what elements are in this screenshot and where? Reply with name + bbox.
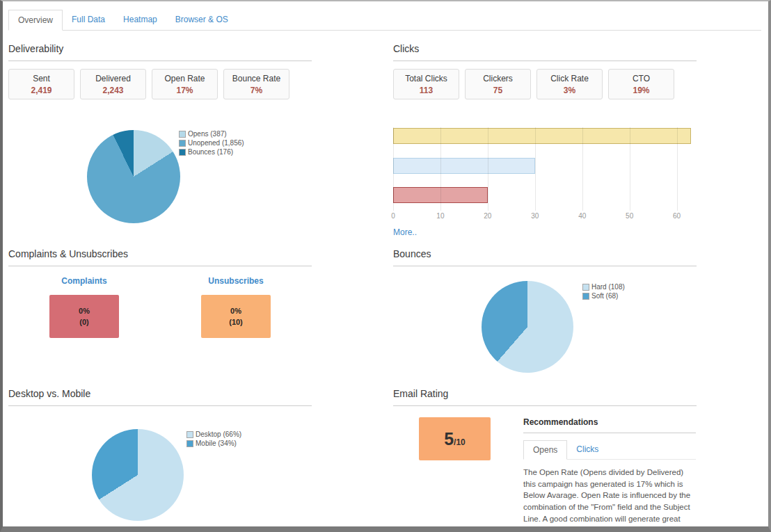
email-rating-score-box: 5 /10 [419,417,491,460]
metric-bounce-rate: Bounce Rate 7% [223,69,289,99]
deliverability-legend: Opens (387) Unopened (1,856) Bounces (17… [179,130,244,157]
legend-swatch [582,284,589,291]
legend-label: Mobile (34%) [196,440,237,447]
legend-label: Soft (68) [591,292,618,300]
email-rating-denominator: /10 [454,437,466,447]
gridline [535,127,536,211]
legend-item: Bounces (176) [179,148,244,156]
metric-value: 2,243 [102,86,123,95]
section-title: Clicks [393,43,697,61]
section-title: Bounces [393,248,697,266]
metric-sent: Sent 2,419 [8,69,74,99]
email-rating-score: 5 [444,429,454,449]
metric-label: Delivered [95,74,131,83]
section-title: Desktop vs. Mobile [8,388,312,406]
axis-tick-label: 0 [391,212,395,220]
clicks-bar-chart: 0102030405060 [393,127,697,220]
axis-tick-label: 10 [436,212,444,220]
deliverability-metrics: Sent 2,419 Delivered 2,243 Open Rate 17%… [8,69,312,99]
legend-item: Hard (108) [582,283,625,291]
section-desktop-mobile: Desktop vs. Mobile Desktop (66%) Mobile … [8,388,312,521]
dashboard-page: Overview Full Data Heatmap Browser & OS … [0,0,771,532]
desktop-mobile-pie-chart [92,429,184,521]
complaints-count: (0) [79,316,88,328]
section-clicks: Clicks Total Clicks 113 Clickers 75 Clic… [393,43,697,238]
metric-cto: CTO 19% [608,69,674,99]
legend-item: Soft (68) [582,292,625,300]
axis-tick-label: 20 [484,212,491,220]
metric-label: Click Rate [550,74,589,83]
unsubscribes-value-box: 0% (10) [201,295,271,338]
legend-swatch [186,431,193,438]
metric-label: CTO [633,74,650,83]
legend-item: Unopened (1,856) [179,139,244,147]
legend-label: Desktop (66%) [196,430,241,438]
complaints-value-box: 0% (0) [49,295,119,338]
legend-label: Bounces (176) [188,148,233,156]
recommendations-title: Recommendations [523,417,696,433]
tab-full-data[interactable]: Full Data [63,10,114,30]
complaints-link[interactable]: Complaints [61,276,106,286]
metric-label: Bounce Rate [232,74,280,83]
legend-swatch [582,293,589,300]
metric-label: Total Clicks [405,74,447,83]
deliverability-chart: Opens (387) Unopened (1,856) Bounces (17… [8,130,312,223]
unsubscribes-column: Unsubscribes 0% (10) [160,276,312,338]
metric-delivered: Delivered 2,243 [80,69,146,99]
bounces-chart: Hard (108) Soft (68) [393,281,697,373]
desktop-mobile-chart: Desktop (66%) Mobile (34%) [8,429,312,521]
main-tabbar: Overview Full Data Heatmap Browser & OS [8,10,761,31]
legend-label: Opens (387) [188,130,227,138]
legend-swatch [179,131,186,138]
reco-tab-opens[interactable]: Opens [523,440,567,460]
gridline [488,127,488,211]
gridline [630,127,630,211]
axis-tick-label: 30 [531,212,539,220]
bar-top-link [393,128,691,144]
tab-heatmap[interactable]: Heatmap [114,10,166,30]
metric-value: 2,419 [31,86,51,95]
legend-item: Opens (387) [179,130,244,138]
unsubscribes-count: (10) [229,316,243,328]
legend-label: Unopened (1,856) [188,139,244,147]
metric-value: 75 [493,86,502,95]
bounces-pie-chart [482,281,573,373]
tab-browser-os[interactable]: Browser & OS [166,10,237,30]
desktop-mobile-legend: Desktop (66%) Mobile (34%) [186,430,241,449]
legend-swatch [179,149,186,156]
complaints-rate: 0% [79,305,90,317]
legend-item: Desktop (66%) [186,430,241,438]
metric-total-clicks: Total Clicks 113 [393,69,459,99]
metric-value: 19% [633,86,649,95]
section-deliverability: Deliverability Sent 2,419 Delivered 2,24… [8,43,312,223]
metric-open-rate: Open Rate 17% [152,69,218,99]
axis-tick-label: 50 [626,212,633,220]
section-bounces: Bounces Hard (108) Soft (68) [393,248,697,373]
axis-tick-label: 60 [673,212,681,220]
gridline [393,127,394,211]
gridline [582,127,583,211]
metric-value: 113 [420,86,433,95]
bar-second-link [393,158,535,174]
metric-label: Sent [33,74,50,83]
section-complaints-unsubscribes: Complaints & Unsubscribes Complaints 0% … [8,248,312,338]
legend-item: Mobile (34%) [186,440,241,447]
legend-swatch [179,140,186,147]
complaints-unsubscribes-row: Complaints 0% (0) Unsubscribes 0% (10) [8,276,312,338]
metric-label: Open Rate [164,74,205,83]
gridline [440,127,441,211]
recommendations-tabbar: Opens Clicks [523,440,696,460]
more-link[interactable]: More.. [393,227,417,237]
tab-overview[interactable]: Overview [8,10,63,31]
bar-chart-x-axis: 0102030405060 [393,211,691,220]
unsubscribes-link[interactable]: Unsubscribes [208,276,263,286]
deliverability-pie-chart [87,130,180,223]
gridline [677,127,678,211]
reco-tab-clicks[interactable]: Clicks [567,440,607,459]
section-email-rating: Email Rating 5 /10 Recommendations Opens… [393,388,697,532]
unsubscribes-rate: 0% [230,305,241,317]
recommendations-body: The Open Rate (Opens divided by Delivere… [523,467,696,532]
metric-click-rate: Click Rate 3% [536,69,603,99]
section-title: Deliverability [8,43,312,61]
metric-label: Clickers [483,74,513,83]
